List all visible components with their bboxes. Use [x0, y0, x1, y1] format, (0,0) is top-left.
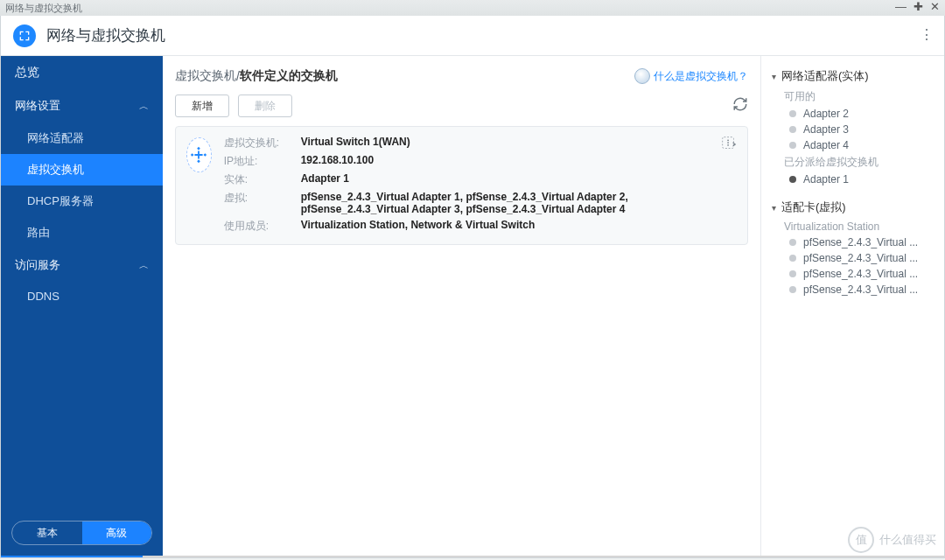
refresh-icon[interactable] — [732, 96, 748, 116]
rp-adapter-item[interactable]: Adapter 4 — [789, 139, 934, 151]
value-members: Virtualization Station, Network & Virtua… — [301, 219, 737, 234]
rp-adapter-item[interactable]: Adapter 2 — [789, 108, 934, 120]
rp-available-label: 可用的 — [784, 89, 934, 104]
mode-toggle: 基本 高级 — [11, 521, 152, 545]
label-virtual: 虚拟: — [224, 191, 294, 215]
vswitch-icon — [186, 137, 212, 172]
app-header: 网络与虚拟交换机 ⋮ — [1, 16, 944, 56]
os-window-titlebar: 网络与虚拟交换机 — ✚ ✕ — [0, 0, 945, 16]
sidebar-group-network-label: 网络设置 — [15, 98, 60, 114]
maximize-icon[interactable]: ✚ — [914, 0, 923, 13]
help-avatar-icon — [634, 68, 650, 84]
mode-basic-button[interactable]: 基本 — [12, 522, 82, 544]
rp-physical-title[interactable]: ▾网络适配器(实体) — [772, 68, 934, 84]
label-vswitch: 虚拟交换机: — [224, 136, 294, 150]
rp-vadapter-item[interactable]: pfSense_2.4.3_Virtual ... — [789, 268, 934, 280]
sidebar: 总览 网络设置 ︿ 网络适配器 虚拟交换机 DHCP服务器 路由 访问服务 ︿ … — [1, 56, 163, 556]
sidebar-item-dhcp[interactable]: DHCP服务器 — [1, 186, 163, 217]
sidebar-overview[interactable]: 总览 — [1, 56, 163, 89]
sidebar-overview-label: 总览 — [15, 65, 39, 80]
status-dot-icon — [789, 176, 796, 183]
app-logo-icon — [13, 24, 36, 47]
main-content: 虚拟交换机 / 软件定义的交换机 什么是虚拟交换机？ 新增 删除 — [163, 56, 760, 556]
svg-point-1 — [727, 139, 729, 141]
close-icon[interactable]: ✕ — [930, 0, 940, 13]
rp-virtual-title[interactable]: ▾适配卡(虚拟) — [772, 200, 934, 215]
help-link-label: 什么是虚拟交换机？ — [654, 69, 748, 84]
label-members: 使用成员: — [224, 219, 294, 234]
status-dot-icon — [789, 270, 796, 277]
value-ip: 192.168.10.100 — [301, 154, 737, 169]
status-dot-icon — [789, 110, 796, 117]
value-vswitch: Virtual Switch 1(WAN) — [301, 136, 737, 150]
svg-point-2 — [727, 142, 729, 144]
help-link[interactable]: 什么是虚拟交换机？ — [634, 68, 748, 84]
rp-assigned-label: 已分派给虚拟交换机 — [784, 155, 934, 170]
status-dot-icon — [789, 126, 796, 133]
mode-advanced-button[interactable]: 高级 — [82, 522, 152, 544]
breadcrumb-root[interactable]: 虚拟交换机 — [175, 68, 236, 84]
sidebar-group-network[interactable]: 网络设置 ︿ — [1, 89, 163, 122]
rp-vadapter-item[interactable]: pfSense_2.4.3_Virtual ... — [789, 252, 934, 264]
vswitch-card[interactable]: 虚拟交换机: Virtual Switch 1(WAN) IP地址: 192.1… — [175, 126, 748, 245]
label-ip: IP地址: — [224, 154, 294, 169]
add-button[interactable]: 新增 — [175, 94, 229, 117]
breadcrumb-current: 软件定义的交换机 — [240, 68, 338, 84]
sidebar-item-ddns[interactable]: DDNS — [1, 282, 163, 311]
breadcrumb: 虚拟交换机 / 软件定义的交换机 什么是虚拟交换机？ — [175, 68, 748, 84]
status-dot-icon — [789, 142, 796, 149]
header-more-icon[interactable]: ⋮ — [920, 26, 934, 43]
rp-vadapter-item[interactable]: pfSense_2.4.3_Virtual ... — [789, 236, 934, 248]
svg-point-3 — [727, 144, 729, 146]
app-title: 网络与虚拟交换机 — [46, 25, 165, 46]
sidebar-item-adapters[interactable]: 网络适配器 — [1, 122, 163, 154]
chevron-up-icon: ︿ — [139, 100, 149, 113]
rp-vstation-label: Virtualization Station — [784, 220, 934, 233]
footer-accent — [1, 556, 944, 557]
card-more-icon[interactable] — [719, 134, 738, 153]
status-dot-icon — [789, 286, 796, 293]
value-physical: Adapter 1 — [301, 172, 737, 187]
minimize-icon[interactable]: — — [895, 0, 906, 13]
caret-down-icon: ▾ — [772, 72, 776, 81]
sidebar-group-access-label: 访问服务 — [15, 257, 60, 273]
sidebar-group-access[interactable]: 访问服务 ︿ — [1, 248, 163, 282]
chevron-up-icon: ︿ — [139, 259, 149, 272]
rp-adapter-item[interactable]: Adapter 1 — [789, 173, 934, 186]
toolbar: 新增 删除 — [175, 94, 748, 117]
delete-button[interactable]: 删除 — [238, 94, 292, 117]
rp-adapter-item[interactable]: Adapter 3 — [789, 123, 934, 136]
sidebar-item-routing[interactable]: 路由 — [1, 217, 163, 248]
rp-vadapter-item[interactable]: pfSense_2.4.3_Virtual ... — [789, 284, 934, 296]
status-dot-icon — [789, 239, 796, 246]
value-virtual: pfSense_2.4.3_Virtual Adapter 1, pfSense… — [301, 191, 737, 215]
label-physical: 实体: — [224, 172, 294, 187]
status-dot-icon — [789, 255, 796, 262]
os-window-title: 网络与虚拟交换机 — [5, 2, 82, 15]
right-panel: ▾网络适配器(实体) 可用的 Adapter 2 Adapter 3 Adapt… — [760, 56, 944, 556]
caret-down-icon: ▾ — [772, 203, 776, 213]
sidebar-item-virtual-switch[interactable]: 虚拟交换机 — [1, 154, 163, 186]
